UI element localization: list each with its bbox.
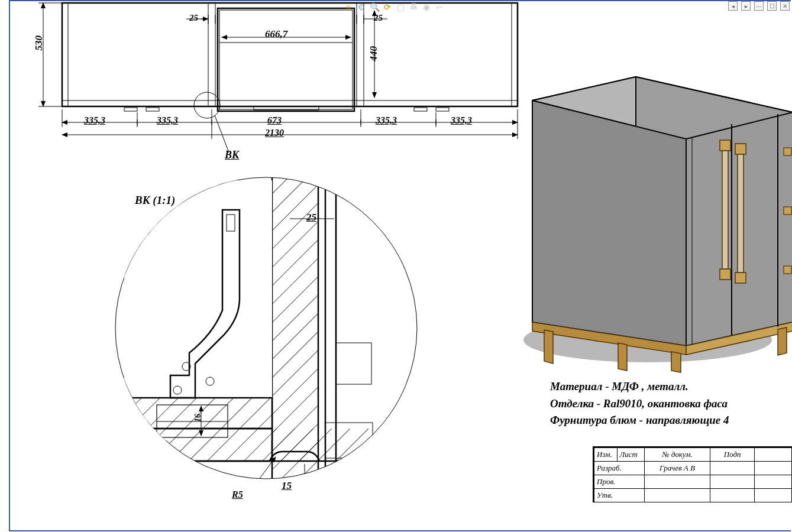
cad-toolbar: ☀ ⚙ 🔍 ⟳ ▢ 🖶 ◉ ⤺ bbox=[343, 2, 445, 12]
dim-25b: 25 bbox=[374, 13, 383, 23]
print-icon[interactable]: 🖶 bbox=[408, 2, 419, 12]
dim-335a: 335,3 bbox=[84, 115, 105, 126]
svg-rect-2 bbox=[62, 3, 68, 106]
dim-25a: 25 bbox=[189, 13, 198, 23]
dim-440: 440 bbox=[368, 46, 380, 61]
svg-marker-80 bbox=[671, 352, 681, 372]
zoom-icon[interactable]: 🔍 bbox=[369, 2, 380, 12]
svg-rect-5 bbox=[357, 3, 364, 106]
svg-rect-88 bbox=[722, 151, 728, 269]
svg-marker-79 bbox=[544, 330, 553, 364]
dim-2130: 2130 bbox=[265, 128, 284, 138]
svg-rect-87 bbox=[720, 269, 730, 280]
svg-rect-6 bbox=[62, 100, 518, 106]
dim-530: 530 bbox=[33, 35, 45, 51]
svg-marker-76 bbox=[532, 100, 686, 346]
tb-r1: Разраб. bbox=[594, 462, 645, 475]
dim-673: 673 bbox=[267, 115, 282, 126]
svg-rect-94 bbox=[784, 266, 791, 274]
note-line: Фурнитура блюм - направляющие 4 bbox=[550, 412, 729, 429]
dim-335c: 335,3 bbox=[376, 115, 397, 126]
svg-rect-91 bbox=[738, 154, 743, 273]
dim-15: 15 bbox=[282, 480, 292, 492]
dim-666: 666,7 bbox=[265, 28, 287, 40]
minimize-icon[interactable]: — bbox=[754, 1, 764, 11]
note-line: Материал - МДФ , металл. bbox=[550, 378, 729, 395]
svg-rect-1 bbox=[62, 3, 518, 106]
undo-icon[interactable]: ⤺ bbox=[434, 2, 445, 12]
svg-rect-12 bbox=[146, 108, 159, 111]
svg-rect-90 bbox=[735, 273, 746, 283]
next-icon[interactable]: ▸ bbox=[741, 1, 751, 11]
label-bk: ВК bbox=[225, 149, 239, 161]
svg-rect-86 bbox=[720, 140, 730, 151]
svg-marker-82 bbox=[618, 343, 627, 371]
tb-r1v: Грачев А В bbox=[644, 462, 710, 475]
close-icon[interactable]: ✕ bbox=[780, 1, 790, 11]
svg-rect-89 bbox=[735, 144, 746, 154]
maximize-icon[interactable]: ☐ bbox=[767, 1, 777, 11]
box-icon[interactable]: ▢ bbox=[395, 2, 406, 12]
tb-r3: Утв. bbox=[594, 489, 645, 502]
render-3d bbox=[523, 44, 792, 375]
svg-rect-7 bbox=[218, 8, 354, 111]
svg-rect-3 bbox=[512, 3, 518, 106]
tb-r2: Пров. bbox=[594, 475, 645, 489]
tb-h4: Подп bbox=[710, 448, 755, 462]
svg-rect-51 bbox=[124, 398, 272, 429]
svg-rect-92 bbox=[784, 148, 791, 155]
gear-icon[interactable]: ⚙ bbox=[356, 2, 367, 12]
tb-h2: Лист bbox=[617, 448, 644, 462]
sun-icon[interactable]: ☀ bbox=[343, 2, 354, 12]
svg-rect-54 bbox=[124, 429, 373, 461]
eye-icon[interactable]: ◉ bbox=[421, 2, 432, 12]
dim-335b: 335,3 bbox=[157, 115, 178, 126]
svg-rect-14 bbox=[436, 108, 449, 111]
title-block: Изм. Лист № докум. Подп Разраб. Грачев А… bbox=[593, 446, 792, 502]
dim-r5: R5 bbox=[232, 489, 243, 500]
dim-25c: 25 bbox=[306, 212, 316, 223]
refresh-icon[interactable]: ⟳ bbox=[382, 2, 393, 12]
detail-view bbox=[101, 163, 432, 517]
svg-point-15 bbox=[194, 92, 220, 118]
svg-line-40 bbox=[215, 115, 229, 153]
dim-335d: 335,3 bbox=[451, 115, 472, 126]
svg-rect-13 bbox=[414, 108, 427, 111]
notes-block: Материал - МДФ , металл. Отделка - Ral90… bbox=[550, 378, 729, 429]
svg-rect-4 bbox=[208, 3, 215, 106]
prev-icon[interactable]: ◂ bbox=[728, 1, 738, 11]
tb-h3: № докум. bbox=[644, 448, 710, 462]
svg-rect-48 bbox=[336, 343, 371, 384]
dim-16: 16 bbox=[193, 414, 203, 422]
svg-rect-93 bbox=[784, 207, 791, 215]
tb-h1: Изм. bbox=[594, 448, 618, 462]
note-line: Отделка - Ral9010, окантовка фаса bbox=[550, 395, 729, 413]
svg-rect-8 bbox=[219, 10, 353, 109]
svg-marker-81 bbox=[778, 327, 787, 355]
svg-rect-11 bbox=[124, 108, 137, 111]
window-controls: ◂ ▸ — ☐ ✕ bbox=[728, 1, 790, 11]
